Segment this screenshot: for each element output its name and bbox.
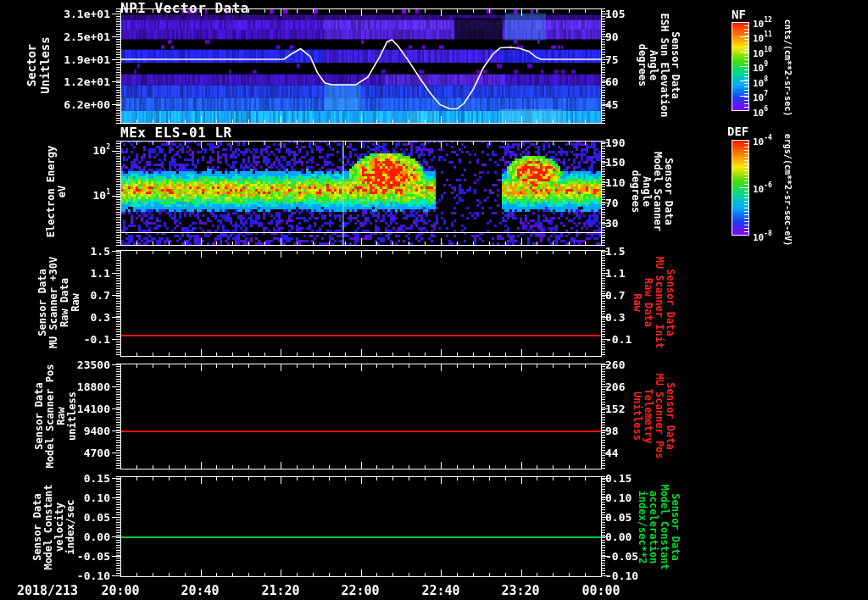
p3-yaxis-title: Sensor DataMU Scanner +30VRaw DataRaw [37, 257, 81, 348]
panel1-title: NPI Vector Data [120, 0, 249, 16]
colorbar-nf-unit: cnts/(cm**2-sr-sec) [783, 19, 793, 116]
p1-yaxis-title: SectorUnitless [25, 36, 52, 93]
cb-nf-tick: 1011 [753, 31, 772, 44]
cb-def-tick: 10-4 [753, 135, 772, 147]
x-tick: 22:40 [414, 583, 468, 598]
p1-ytick: 6.2e+00 [49, 98, 110, 111]
plot-figure: NPI Vector Data MEx ELS-01 LR 3.1e+01 2.… [0, 0, 868, 600]
p2-rtick: 190 [605, 136, 682, 149]
x-tick: 22:00 [333, 583, 387, 598]
p1-ytick: 1.2e+01 [49, 75, 110, 88]
p5-yaxis-title: Sensor DataModel Constantvelocityindex/s… [32, 484, 76, 569]
p5-ytick: -0.10 [49, 569, 110, 582]
x-tick: 00:00 [574, 583, 628, 598]
cb-def-tick: 10-6 [753, 182, 772, 195]
p3-rtick: 1.5 [605, 245, 682, 258]
p3-ytick: 1.5 [49, 245, 110, 258]
colorbar-def-unit: ergs/(cm**2-sr-sec-eV) [783, 134, 793, 246]
date-label: 2018/213 [10, 583, 85, 598]
plot-canvas [0, 0, 868, 600]
p5-rtick: -0.10 [605, 569, 682, 582]
p5-ytick: 0.15 [49, 472, 110, 485]
p4-rtick: 260 [605, 358, 682, 371]
panel2-title: MEx ELS-01 LR [120, 125, 232, 141]
x-tick: 21:20 [253, 583, 308, 598]
p1-raxis-title: Sensor DataESH Sun ElevationAngledegrees [637, 14, 681, 118]
cb-nf-tick: 109 [753, 61, 768, 74]
x-tick: 20:00 [93, 583, 147, 598]
cb-nf-tick: 108 [753, 76, 768, 89]
p1-ytick: 1.9e+01 [49, 53, 110, 66]
p4-yaxis-title: Sensor DataModel Scanner PosRawunitless [34, 364, 78, 469]
cb-nf-tick: 106 [753, 106, 768, 119]
colorbar-def-title: DEF [727, 125, 748, 138]
x-tick: 20:40 [173, 583, 227, 598]
p5-rtick: 0.15 [605, 472, 682, 485]
x-tick: 23:20 [493, 583, 548, 598]
p4-raxis-title: Sensor DataMU Scanner PosTelemetryUnitle… [632, 373, 676, 458]
cb-def-tick: 10-8 [753, 231, 772, 243]
cb-nf-tick: 1010 [753, 47, 772, 59]
cb-nf-tick: 107 [753, 91, 768, 103]
colorbar-nf-title: NF [732, 8, 746, 21]
p1-ytick: 3.1e+01 [49, 8, 110, 20]
cb-nf-tick: 1012 [753, 17, 772, 30]
p2-raxis-title: Sensor DataModel ScannerAngledegrees [630, 152, 674, 231]
p3-raxis-title: Sensor DataMU Scanner InitRaw DataRaw [632, 257, 676, 348]
p5-raxis-title: Sensor DataModel Constantaccelerationind… [637, 484, 681, 569]
p2-yaxis-title: Electron EnergyeV [46, 146, 68, 237]
p1-ytick: 2.5e+01 [49, 31, 110, 43]
